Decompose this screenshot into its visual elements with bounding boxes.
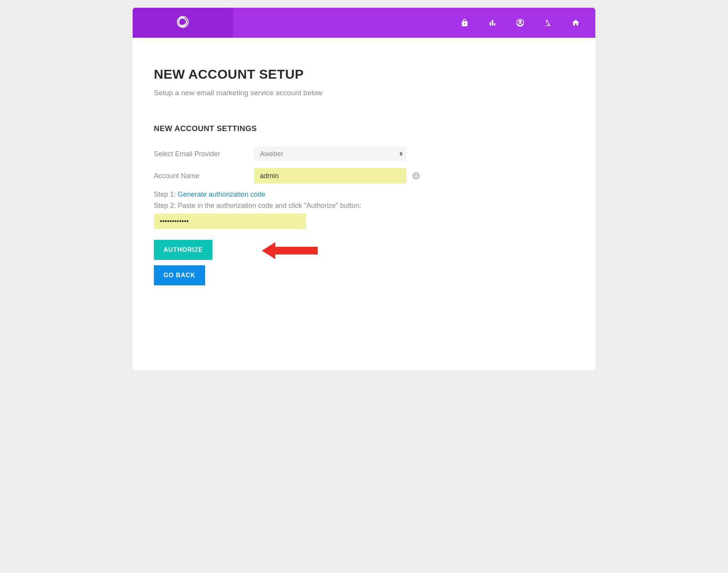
account-name-label: Account Name	[154, 172, 254, 180]
provider-select[interactable]: Aweber	[254, 147, 406, 161]
page-title: NEW ACCOUNT SETUP	[154, 67, 574, 82]
home-icon[interactable]	[571, 19, 580, 27]
goback-row: GO BACK	[154, 265, 574, 285]
transfer-icon[interactable]	[544, 19, 552, 27]
provider-select-wrapper: Aweber	[254, 147, 406, 161]
user-circle-icon[interactable]	[516, 19, 524, 27]
logo-icon	[175, 14, 190, 31]
nav-icons	[460, 19, 595, 27]
chart-icon[interactable]	[488, 19, 497, 27]
svg-point-0	[519, 21, 521, 23]
provider-row: Select Email Provider Aweber	[154, 147, 574, 161]
main-content: NEW ACCOUNT SETUP Setup a new email mark…	[133, 38, 595, 307]
generate-code-link[interactable]: Generate authorization code	[178, 190, 265, 198]
info-icon[interactable]: i	[412, 172, 420, 180]
page-subtitle: Setup a new email marketing service acco…	[154, 89, 574, 97]
account-name-row: Account Name i	[154, 168, 574, 184]
app-container: NEW ACCOUNT SETUP Setup a new email mark…	[133, 8, 595, 370]
authorize-row: AUTHORIZE	[154, 240, 574, 265]
section-title: NEW ACCOUNT SETTINGS	[154, 124, 574, 133]
step2-text: Step 2: Paste in the authorization code …	[154, 202, 574, 210]
account-name-input[interactable]	[254, 168, 406, 184]
go-back-button[interactable]: GO BACK	[154, 265, 205, 285]
authorize-button[interactable]: AUTHORIZE	[154, 240, 212, 260]
top-bar	[133, 8, 595, 38]
step1-prefix: Step 1:	[154, 190, 178, 198]
provider-label: Select Email Provider	[154, 150, 254, 158]
arrow-annotation-icon	[260, 239, 320, 264]
lock-icon[interactable]	[460, 19, 469, 27]
logo-section[interactable]	[133, 8, 233, 38]
auth-code-input[interactable]	[154, 214, 306, 229]
step1-text: Step 1: Generate authorization code	[154, 190, 574, 199]
